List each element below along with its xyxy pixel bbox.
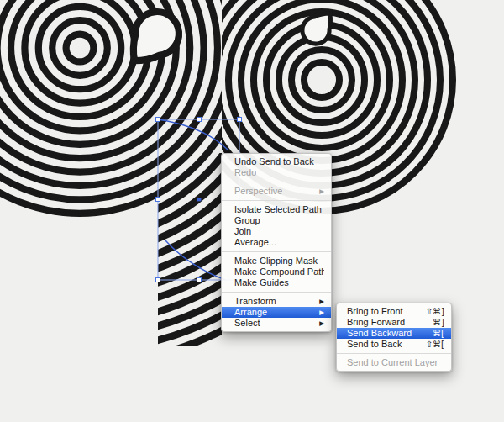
menu-item-label: Arrange	[234, 307, 267, 318]
menu-item-select[interactable]: Select ▶	[222, 318, 331, 329]
selection-handle[interactable]	[156, 118, 160, 122]
menu-separator	[222, 292, 331, 293]
menu-item-label: Bring Forward	[347, 317, 405, 328]
menu-item-group[interactable]: Group	[222, 215, 331, 226]
menu-item-label: Join	[234, 226, 251, 237]
menu-item-undo-send-to-back[interactable]: Undo Send to Back	[222, 156, 331, 167]
arrange-submenu: Bring to Front ⇧⌘] Bring Forward ⌘] Send…	[336, 303, 452, 372]
menu-item-label: Perspective	[234, 186, 282, 197]
menu-item-arrange[interactable]: Arrange ▶	[222, 307, 331, 318]
menu-item-send-backward[interactable]: Send Backward ⌘[	[337, 328, 451, 339]
menu-item-isolate-selected-path[interactable]: Isolate Selected Path	[222, 204, 331, 215]
menu-item-label: Bring to Front	[347, 306, 403, 317]
menu-separator	[222, 251, 331, 252]
stripe-ring	[52, 20, 108, 76]
menu-item-redo[interactable]: Redo	[222, 167, 331, 178]
menu-separator	[222, 200, 331, 201]
menu-item-label: Transform	[234, 296, 276, 307]
menu-item-transform[interactable]: Transform ▶	[222, 296, 331, 307]
menu-item-send-to-current-layer[interactable]: Send to Current Layer	[337, 357, 451, 368]
submenu-arrow-icon: ▶	[319, 186, 324, 197]
menu-item-bring-forward[interactable]: Bring Forward ⌘]	[337, 317, 451, 328]
shortcut-label: ⌘[	[433, 328, 444, 339]
shortcut-label: ⇧⌘[	[426, 339, 444, 350]
menu-item-label: Redo	[234, 167, 256, 178]
menu-item-average[interactable]: Average...	[222, 237, 331, 248]
menu-item-join[interactable]: Join	[222, 226, 331, 237]
menu-item-label: Undo Send to Back	[234, 156, 314, 167]
submenu-arrow-icon: ▶	[319, 296, 324, 307]
stripe-ring	[291, 50, 352, 110]
menu-separator	[222, 182, 331, 182]
left-spiral-rings	[0, 0, 245, 214]
stripe-ring	[66, 34, 94, 62]
menu-item-label: Select	[234, 318, 260, 329]
selection-handle[interactable]	[197, 118, 202, 122]
menu-item-bring-to-front[interactable]: Bring to Front ⇧⌘]	[337, 306, 451, 317]
menu-separator	[337, 353, 451, 354]
menu-item-label: Make Clipping Mask	[234, 256, 318, 266]
menu-item-make-clipping-mask[interactable]: Make Clipping Mask	[222, 256, 331, 266]
menu-item-label: Group	[234, 215, 260, 226]
selection-handle[interactable]	[156, 278, 160, 282]
shortcut-label: ⌘]	[433, 317, 444, 328]
menu-item-label: Make Guides	[234, 277, 289, 288]
menu-item-send-to-back[interactable]: Send to Back ⇧⌘[	[337, 339, 451, 350]
context-menu: Undo Send to Back Redo Perspective ▶ Iso…	[221, 153, 332, 332]
submenu-arrow-icon: ▶	[319, 307, 324, 318]
selection-handle[interactable]	[238, 118, 242, 122]
menu-item-label: Send to Back	[347, 339, 402, 350]
selection-handle[interactable]	[197, 278, 202, 282]
selection-handle[interactable]	[156, 198, 160, 202]
stripe-ring	[304, 62, 339, 98]
selection-center-point	[197, 198, 201, 201]
menu-item-label: Isolate Selected Path	[234, 204, 322, 215]
menu-item-label: Send to Current Layer	[347, 357, 438, 368]
shortcut-label: ⇧⌘]	[426, 306, 444, 317]
menu-item-make-guides[interactable]: Make Guides	[222, 277, 331, 288]
submenu-arrow-icon: ▶	[319, 318, 324, 329]
menu-item-make-compound-path[interactable]: Make Compound Path	[222, 266, 331, 277]
menu-item-perspective[interactable]: Perspective ▶	[222, 186, 331, 197]
menu-item-label: Average...	[234, 237, 276, 248]
menu-item-label: Make Compound Path	[234, 266, 324, 277]
menu-item-label: Send Backward	[347, 328, 412, 339]
